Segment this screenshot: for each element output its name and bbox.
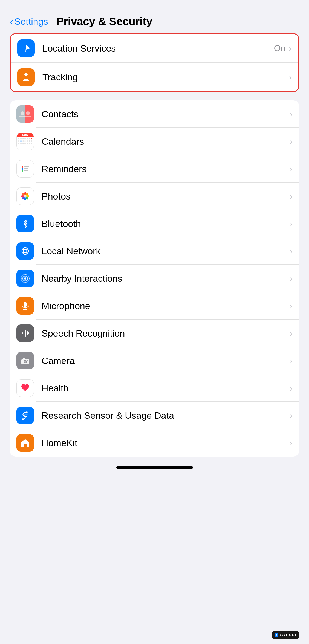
camera-chevron-icon: › <box>290 356 293 366</box>
calendars-chevron-icon: › <box>290 136 293 147</box>
svg-rect-7 <box>24 168 28 169</box>
page-title: Privacy & Security <box>56 15 152 28</box>
photos-icon <box>16 187 34 205</box>
contacts-chevron-icon: › <box>290 109 293 119</box>
calendars-icon: SUN <box>16 133 34 150</box>
home-indicator <box>116 466 193 469</box>
svg-rect-35 <box>27 331 28 335</box>
health-icon <box>16 379 34 397</box>
svg-rect-40 <box>23 358 25 359</box>
svg-rect-46 <box>24 445 26 447</box>
location-services-value: On <box>274 43 286 53</box>
svg-point-1 <box>21 111 24 115</box>
header: ‹ Settings Privacy & Security <box>0 0 309 33</box>
research-chevron-icon: › <box>290 411 293 421</box>
svg-rect-32 <box>22 332 23 334</box>
svg-rect-29 <box>24 302 27 307</box>
svg-rect-33 <box>24 331 24 335</box>
content-area: Location Services On › Tracking › <box>0 33 309 457</box>
svg-rect-8 <box>24 170 28 171</box>
svg-point-17 <box>24 195 27 198</box>
watermark-badge: G GADGET <box>272 631 299 639</box>
calendars-label: Calendars <box>42 136 290 147</box>
tracking-label: Tracking <box>42 72 289 82</box>
health-label: Health <box>42 383 290 394</box>
research-row[interactable]: Research Sensor & Usage Data › <box>10 402 299 429</box>
svg-point-25 <box>25 274 26 275</box>
svg-point-2 <box>26 111 30 115</box>
homekit-chevron-icon: › <box>290 438 293 448</box>
speech-recognition-row[interactable]: Speech Recognition › <box>10 320 299 347</box>
svg-point-26 <box>25 282 26 283</box>
local-network-row[interactable]: Local Network › <box>10 237 299 265</box>
microphone-chevron-icon: › <box>290 301 293 311</box>
contacts-row[interactable]: Contacts › <box>10 100 299 128</box>
nearby-interactions-row[interactable]: Nearby Interactions › <box>10 265 299 292</box>
bluetooth-chevron-icon: › <box>290 219 293 229</box>
bluetooth-label: Bluetooth <box>42 218 290 229</box>
contacts-label: Contacts <box>42 109 290 119</box>
back-button[interactable]: ‹ Settings <box>10 16 48 27</box>
svg-point-3 <box>22 166 23 168</box>
svg-rect-36 <box>28 332 29 334</box>
photos-label: Photos <box>42 191 290 202</box>
tracking-chevron-icon: › <box>289 72 292 82</box>
svg-point-42 <box>26 411 28 413</box>
svg-point-4 <box>22 168 23 170</box>
local-network-label: Local Network <box>42 246 290 257</box>
microphone-label: Microphone <box>42 301 290 311</box>
svg-point-27 <box>21 278 22 279</box>
svg-point-43 <box>22 418 24 420</box>
main-list-section: Contacts › SUN <box>10 100 299 457</box>
camera-label: Camera <box>42 355 290 366</box>
homekit-icon <box>16 434 34 452</box>
location-services-label: Location Services <box>42 43 274 54</box>
location-services-chevron-icon: › <box>289 43 292 53</box>
bluetooth-row[interactable]: Bluetooth › <box>10 210 299 237</box>
reminders-label: Reminders <box>42 164 290 174</box>
local-network-icon <box>16 242 34 260</box>
bottom-area <box>0 457 309 471</box>
svg-point-39 <box>24 361 26 363</box>
reminders-icon <box>16 160 34 178</box>
research-label: Research Sensor & Usage Data <box>42 410 290 421</box>
contacts-icon <box>16 105 34 123</box>
microphone-row[interactable]: Microphone › <box>10 292 299 320</box>
photos-chevron-icon: › <box>290 191 293 201</box>
svg-point-0 <box>24 73 28 76</box>
watermark: G GADGET <box>272 631 299 639</box>
speech-recognition-icon <box>16 324 34 342</box>
speech-recognition-label: Speech Recognition <box>42 328 290 339</box>
camera-icon <box>16 352 34 369</box>
speech-recognition-chevron-icon: › <box>290 328 293 338</box>
tracking-icon <box>17 68 35 86</box>
location-services-row[interactable]: Location Services On › <box>11 34 298 62</box>
top-section: Location Services On › Tracking › <box>10 33 299 92</box>
camera-row[interactable]: Camera › <box>10 347 299 374</box>
svg-text:G: G <box>276 634 278 637</box>
nearby-interactions-icon <box>16 270 34 287</box>
local-network-chevron-icon: › <box>290 246 293 256</box>
bluetooth-icon <box>16 215 34 232</box>
reminders-chevron-icon: › <box>290 164 293 174</box>
health-chevron-icon: › <box>290 383 293 393</box>
svg-rect-6 <box>24 166 29 167</box>
svg-point-5 <box>22 170 23 172</box>
svg-point-28 <box>29 278 30 279</box>
nearby-interactions-chevron-icon: › <box>290 273 293 284</box>
svg-rect-34 <box>25 330 26 337</box>
health-row[interactable]: Health › <box>10 374 299 402</box>
calendars-row[interactable]: SUN <box>10 128 299 155</box>
nearby-interactions-label: Nearby Interactions <box>42 273 290 284</box>
location-services-icon <box>17 39 35 57</box>
homekit-row[interactable]: HomeKit › <box>10 429 299 457</box>
microphone-icon <box>16 297 34 315</box>
back-label: Settings <box>15 16 48 27</box>
photos-row[interactable]: Photos › <box>10 183 299 210</box>
homekit-label: HomeKit <box>42 438 290 448</box>
reminders-row[interactable]: Reminders › <box>10 155 299 183</box>
svg-point-22 <box>24 277 26 280</box>
tracking-row[interactable]: Tracking › <box>11 63 298 91</box>
research-icon <box>16 407 34 424</box>
svg-point-41 <box>27 360 28 361</box>
